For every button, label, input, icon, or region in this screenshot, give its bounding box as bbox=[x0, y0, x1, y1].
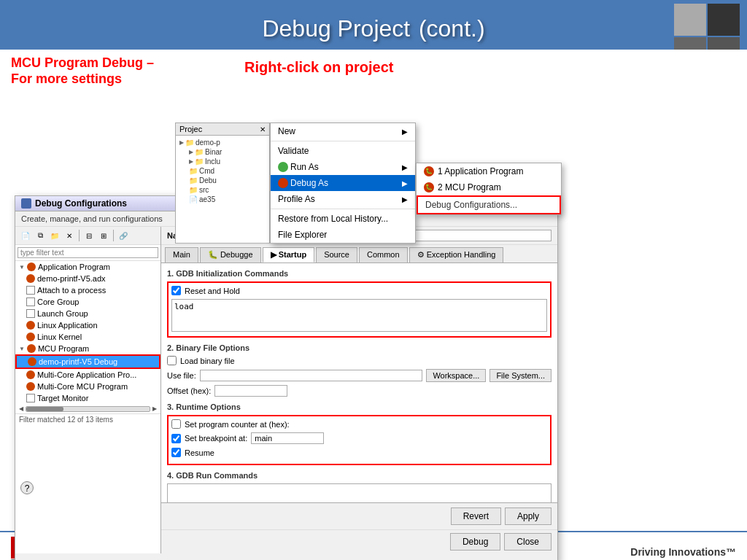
tree-item-demo-adx[interactable]: demo-printf-V5.adx bbox=[15, 273, 160, 284]
expand-icon: ▼ bbox=[19, 264, 25, 271]
file-system-button[interactable]: File System... bbox=[489, 369, 551, 382]
tree-item-demo-debug[interactable]: demo-printf-V5 Debug bbox=[15, 354, 160, 369]
tab-common[interactable]: Common bbox=[359, 247, 408, 262]
revert-button[interactable]: Revert bbox=[451, 508, 501, 525]
help-icon[interactable]: ? bbox=[20, 481, 34, 494]
resume-checkbox[interactable] bbox=[171, 448, 181, 457]
filter-status: Filter matched 12 of 13 items bbox=[15, 413, 160, 425]
tree-toolbar: 📄 ⧉ 📁 ✕ ⊟ ⊞ 🔗 bbox=[15, 227, 160, 245]
folder-icon: 📁 bbox=[189, 176, 198, 184]
tree-item-linux-kernel[interactable]: Linux Kernel bbox=[15, 331, 160, 343]
item-label: ae35 bbox=[199, 195, 215, 203]
section-runtime-title: 3. Runtime Options bbox=[167, 402, 551, 411]
toolbar-separator bbox=[113, 230, 114, 241]
debug-bottom-buttons: Revert Apply bbox=[161, 502, 557, 529]
sub-menu-debug-configs[interactable]: Debug Configurations... bbox=[417, 195, 561, 214]
scroll-thumb bbox=[26, 407, 63, 411]
scroll-track bbox=[26, 406, 150, 412]
load-binary-checkbox[interactable] bbox=[167, 356, 177, 365]
tab-label: Debugge bbox=[220, 250, 253, 259]
list-item: ▶ 📁 Inclu bbox=[178, 157, 267, 166]
close-button[interactable]: Close bbox=[504, 533, 551, 551]
context-menu: New ▶ Validate Run As ▶ Debug As ▶ bbox=[270, 122, 416, 244]
runtime-box: Set program counter at (hex): Set breakp… bbox=[167, 415, 551, 465]
tree-item-label: Launch Group bbox=[37, 309, 88, 318]
item-label: src bbox=[199, 186, 209, 194]
use-file-row: Use file: Workspace... File System... bbox=[167, 369, 551, 382]
folder-icon: 📁 bbox=[185, 139, 194, 147]
duplicate-button[interactable]: ⧉ bbox=[34, 229, 47, 242]
app-program-icon bbox=[27, 262, 36, 271]
tree-item-linux-app[interactable]: Linux Application bbox=[15, 319, 160, 331]
collapse-button[interactable]: ⊟ bbox=[82, 229, 96, 242]
project-panel: Projec ✕ ▶ 📁 demo-p ▶ 📁 Binar ▶ 📁 Inclu bbox=[175, 122, 270, 244]
menu-item-label: Profile As bbox=[278, 194, 315, 204]
filter-input[interactable] bbox=[18, 247, 158, 258]
offset-input[interactable] bbox=[214, 385, 287, 397]
gdb-init-textarea[interactable]: load bbox=[171, 299, 547, 332]
context-menu-new[interactable]: New ▶ bbox=[271, 123, 415, 139]
debug-button[interactable]: Debug bbox=[450, 533, 500, 551]
tab-startup[interactable]: ▶ Startup bbox=[263, 247, 315, 262]
context-menu-debug-as[interactable]: Debug As ▶ bbox=[271, 175, 415, 191]
scroll-right-button[interactable]: ▶ bbox=[152, 405, 157, 412]
tree-item-label: Application Program bbox=[38, 262, 110, 271]
help-button[interactable]: ? bbox=[20, 481, 34, 494]
set-counter-checkbox[interactable] bbox=[171, 419, 181, 429]
header: Debug Project (cont.) bbox=[0, 0, 747, 50]
annotation-row: MCU Program Debug –For more settings Rig… bbox=[0, 50, 747, 93]
multicore-mcu-icon bbox=[26, 382, 35, 391]
logo-cell-2 bbox=[708, 4, 740, 36]
submenu-arrow-icon: ▶ bbox=[402, 128, 408, 136]
tree-item-label: demo-printf-V5 Debug bbox=[39, 357, 117, 366]
workspace-button[interactable]: Workspace... bbox=[426, 369, 486, 382]
tree-item-multicore-app[interactable]: Multi-Core Application Pro... bbox=[15, 369, 160, 381]
startup-icon: ▶ bbox=[271, 250, 276, 259]
tree-item-mcu-program[interactable]: ▼ MCU Program bbox=[15, 343, 160, 354]
scrollbar-area: ◀ ▶ bbox=[15, 404, 160, 413]
link-button[interactable]: 🔗 bbox=[117, 229, 130, 242]
reset-hold-checkbox[interactable] bbox=[171, 286, 181, 295]
context-menu-validate[interactable]: Validate bbox=[271, 143, 415, 159]
title-text: Debug Project bbox=[262, 15, 410, 42]
folder-button[interactable]: 📁 bbox=[48, 229, 61, 242]
tree-item-app-program[interactable]: ▼ Application Program bbox=[15, 261, 160, 273]
reset-hold-label: Reset and Hold bbox=[185, 287, 240, 295]
context-menu-file-explorer[interactable]: File Explorer bbox=[271, 227, 415, 243]
expand-button[interactable]: ⊞ bbox=[97, 229, 110, 242]
tab-main[interactable]: Main bbox=[165, 247, 198, 262]
tab-exception[interactable]: ⚙ Exception Handling bbox=[409, 247, 504, 262]
breakpoint-value-input[interactable] bbox=[251, 432, 324, 444]
delete-button[interactable]: ✕ bbox=[63, 229, 76, 242]
bug-icon: 🐛 bbox=[424, 182, 434, 192]
right-click-label: Right-click on project bbox=[244, 59, 393, 76]
set-breakpoint-checkbox[interactable] bbox=[171, 434, 181, 443]
context-menu-run-as[interactable]: Run As ▶ bbox=[271, 159, 415, 175]
apply-button[interactable]: Apply bbox=[505, 508, 551, 525]
linux-app-icon bbox=[26, 321, 35, 330]
tree-item-multicore-mcu[interactable]: Multi-Core MCU Program bbox=[15, 381, 160, 392]
set-counter-label: Set program counter at (hex): bbox=[185, 420, 290, 429]
tree-item-attach[interactable]: Attach to a process bbox=[15, 284, 160, 296]
menu-item-label: New bbox=[278, 126, 295, 136]
tree-item-target-monitor[interactable]: Target Monitor bbox=[15, 392, 160, 404]
gdb-init-box: Reset and Hold load bbox=[167, 281, 551, 338]
context-menu-profile-as[interactable]: Profile As ▶ bbox=[271, 191, 415, 207]
new-config-button[interactable]: 📄 bbox=[19, 229, 32, 242]
close-icon[interactable]: ✕ bbox=[260, 125, 266, 133]
gdb-run-textarea[interactable] bbox=[167, 483, 551, 502]
tree-item-label: Multi-Core MCU Program bbox=[37, 382, 128, 391]
logo-cell-1 bbox=[674, 4, 706, 36]
use-file-input[interactable] bbox=[200, 370, 423, 381]
tree-item-core-group[interactable]: Core Group bbox=[15, 296, 160, 308]
sub-menu-mcu-program[interactable]: 🐛 2 MCU Program bbox=[417, 179, 561, 195]
tree-item-launch-group[interactable]: Launch Group bbox=[15, 308, 160, 319]
menu-divider bbox=[271, 209, 415, 209]
context-menu-restore[interactable]: Restore from Local History... bbox=[271, 211, 415, 227]
main-content: MCU Program Debug –For more settings Rig… bbox=[0, 50, 747, 531]
sub-menu-app-program[interactable]: 🐛 1 Application Program bbox=[417, 163, 561, 179]
tab-debugger[interactable]: 🐛 Debugge bbox=[200, 247, 261, 262]
scroll-left-button[interactable]: ◀ bbox=[19, 405, 23, 412]
debug-body: 📄 ⧉ 📁 ✕ ⊟ ⊞ 🔗 ▼ bbox=[15, 227, 557, 553]
tab-source[interactable]: Source bbox=[316, 247, 357, 262]
